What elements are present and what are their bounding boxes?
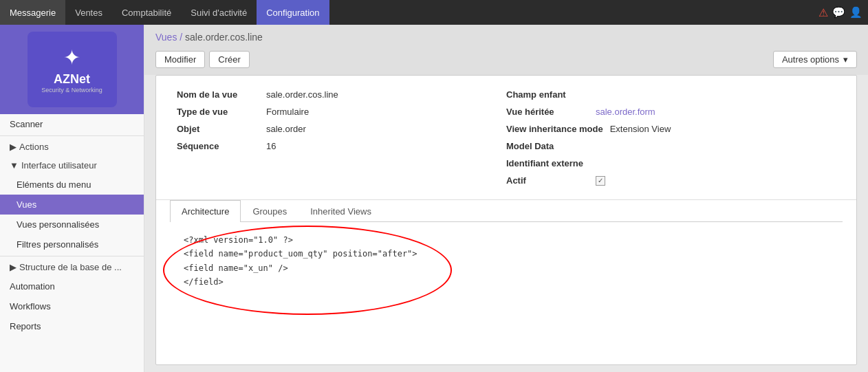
nav-configuration[interactable]: Configuration (257, 0, 329, 25)
field-nom-vue: Nom de la vue sale.order.cos.line (177, 89, 506, 100)
actions-arrow: ▶ (10, 142, 17, 152)
other-options-button[interactable]: Autres options ▾ (773, 51, 857, 68)
logo-box: ✦ AZNet Security & Networking (28, 32, 117, 107)
nav-ventes[interactable]: Ventes (65, 0, 112, 25)
other-options-label: Autres options (782, 54, 839, 65)
field-inheritance-mode: View inheritance mode Extension View (506, 124, 836, 134)
sidebar-divider-2 (0, 256, 144, 256)
logo-sub: Security & Networking (41, 87, 102, 94)
breadcrumb: Vues / sale.order.cos.line (144, 25, 868, 47)
breadcrumb-current: sale.order.cos.line (185, 32, 263, 43)
top-nav: Messagerie Ventes Comptabilité Suivi d'a… (0, 0, 868, 25)
field-sequence: Séquence 16 (177, 141, 506, 151)
form-fields: Nom de la vue sale.order.cos.line Type d… (156, 76, 856, 199)
checkbox-actif[interactable]: ✓ (596, 176, 605, 186)
chat-icon[interactable]: 💬 (832, 6, 845, 19)
nav-comptabilite[interactable]: Comptabilité (112, 0, 181, 25)
label-champ-enfant: Champ enfant (506, 89, 589, 100)
value-nom-vue: sale.order.cos.line (266, 89, 338, 100)
tab-architecture[interactable]: Architecture (170, 200, 241, 222)
form-card: Nom de la vue sale.order.cos.line Type d… (155, 75, 857, 365)
sidebar-logo: ✦ AZNet Security & Networking (0, 25, 144, 114)
breadcrumb-sep: / (180, 32, 185, 43)
sidebar-divider (0, 135, 144, 136)
structure-label: Structure de la base de ... (19, 262, 122, 272)
sidebar-item-vues-perso[interactable]: Vues personnalisées (0, 215, 144, 234)
main-layout: ✦ AZNet Security & Networking Scanner ▶ … (0, 25, 868, 372)
create-button[interactable]: Créer (209, 51, 250, 68)
content: Vues / sale.order.cos.line Modifier Crée… (144, 25, 868, 372)
sidebar-item-actions[interactable]: ▶ Actions (0, 138, 144, 156)
nav-messagerie[interactable]: Messagerie (0, 0, 65, 25)
code-line-2: <field name="product_uom_qty" position="… (184, 247, 829, 261)
sidebar-item-interface[interactable]: ▼ Interface utilisateur (0, 156, 144, 175)
sidebar-item-filtres[interactable]: Filtres personnalisés (0, 234, 144, 254)
field-col-right: Champ enfant Vue héritée sale.order.form… (506, 89, 836, 186)
sidebar-item-structure[interactable]: ▶ Structure de la base de ... (0, 258, 144, 276)
label-inheritance-mode: View inheritance mode (506, 124, 603, 134)
value-sequence: 16 (266, 141, 276, 151)
user-icon[interactable]: 👤 (849, 6, 862, 19)
sidebar-item-automation[interactable]: Automation (0, 276, 144, 296)
toolbar: Modifier Créer Autres options ▾ (144, 47, 868, 75)
field-objet: Objet sale.order (177, 124, 506, 134)
field-model-data: Model Data (506, 141, 836, 151)
structure-arrow: ▶ (10, 262, 17, 272)
label-type-vue: Type de vue (177, 107, 259, 117)
code-line-4: </field> (184, 275, 829, 289)
label-sequence: Séquence (177, 141, 259, 151)
label-vue-heritee: Vue héritée (506, 107, 589, 117)
sidebar-item-vues[interactable]: Vues (0, 195, 144, 215)
interface-arrow: ▼ (10, 160, 19, 171)
tab-content-architecture: <?xml version="1.0" ?> <field name="prod… (170, 222, 843, 300)
sidebar-scroll: Scanner ▶ Actions ▼ Interface utilisateu… (0, 114, 144, 372)
field-identifiant: Identifiant externe (506, 158, 836, 168)
alert-icon[interactable]: ⚠ (818, 6, 828, 19)
breadcrumb-parent[interactable]: Vues (155, 32, 177, 43)
tab-groupes[interactable]: Groupes (241, 200, 299, 222)
tab-inherited-views[interactable]: Inherited Views (299, 200, 383, 222)
value-inheritance-mode: Extension View (610, 124, 671, 134)
modify-button[interactable]: Modifier (155, 51, 205, 68)
sidebar: ✦ AZNet Security & Networking Scanner ▶ … (0, 25, 144, 372)
top-nav-icons: ⚠ 💬 👤 (818, 6, 868, 19)
tabs-container: Architecture Groupes Inherited Views <?x… (156, 199, 856, 300)
label-actif: Actif (506, 175, 589, 186)
label-objet: Objet (177, 124, 259, 134)
nav-suivi[interactable]: Suivi d'activité (181, 0, 257, 25)
code-line-3: <field name="x_un" /> (184, 261, 829, 275)
sidebar-item-elements-menu[interactable]: Eléments du menu (0, 175, 144, 195)
sidebar-item-reports[interactable]: Reports (0, 316, 144, 336)
sidebar-item-workflows[interactable]: Workflows (0, 296, 144, 316)
field-champ-enfant: Champ enfant (506, 89, 836, 100)
label-nom-vue: Nom de la vue (177, 89, 259, 100)
tabs-header: Architecture Groupes Inherited Views (170, 200, 843, 222)
label-identifiant: Identifiant externe (506, 158, 589, 168)
value-vue-heritee[interactable]: sale.order.form (596, 107, 655, 117)
field-type-vue: Type de vue Formulaire (177, 107, 506, 117)
label-model-data: Model Data (506, 141, 589, 151)
value-type-vue: Formulaire (266, 107, 309, 117)
interface-label: Interface utilisateur (21, 160, 97, 171)
logo-icon: ✦ (63, 45, 80, 69)
dropdown-arrow-icon: ▾ (843, 54, 848, 65)
sidebar-item-scanner[interactable]: Scanner (0, 114, 144, 134)
field-actif: Actif ✓ (506, 175, 836, 186)
value-objet: sale.order (266, 124, 306, 134)
logo-text: AZNet (54, 72, 90, 87)
field-vue-heritee: Vue héritée sale.order.form (506, 107, 836, 117)
actions-label: Actions (19, 142, 49, 152)
field-col-left: Nom de la vue sale.order.cos.line Type d… (177, 89, 506, 186)
code-line-1: <?xml version="1.0" ?> (184, 233, 829, 247)
